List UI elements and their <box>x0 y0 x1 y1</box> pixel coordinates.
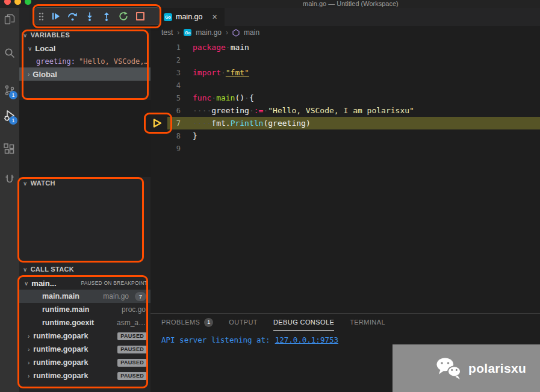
stack-frame-row[interactable]: runtime.goexitasm_a… <box>19 316 151 329</box>
magnet-icon <box>4 173 16 185</box>
chevron-down-icon: ∨ <box>28 45 32 52</box>
activity-bar: 1 1 <box>0 8 19 392</box>
tab-label: main.go <box>176 13 202 21</box>
code-line[interactable]: 5func·main()·{ <box>151 92 540 104</box>
continue-icon <box>51 11 61 21</box>
search-icon <box>4 47 16 59</box>
thread-name: runtime.gopark <box>33 345 88 353</box>
breadcrumb-file[interactable]: main.go <box>196 28 222 37</box>
tab-output-label: OUTPUT <box>229 319 258 326</box>
tab-problems[interactable]: PROBLEMS 1 <box>161 314 213 331</box>
call-stack-section-header[interactable]: ∨ CALL STACK <box>19 263 151 275</box>
activity-magnet[interactable] <box>0 170 19 188</box>
code-line[interactable]: 6····greeting·:=·"Hello, VSCode, I am po… <box>151 104 540 117</box>
step-into-icon <box>85 11 95 21</box>
code-line[interactable]: 1package·main <box>151 41 540 54</box>
thread-name: runtime.gopark <box>33 332 88 340</box>
zoom-window-button[interactable] <box>25 0 31 5</box>
code-line[interactable]: 2 <box>151 54 540 66</box>
go-file-icon: Go <box>184 29 191 36</box>
current-line-arrow-icon <box>152 118 164 128</box>
line-number[interactable]: 5 <box>151 94 182 102</box>
scope-label: Local <box>35 44 55 53</box>
breadcrumb-symbol[interactable]: main <box>244 28 259 37</box>
restart-button[interactable] <box>115 9 131 23</box>
tab-terminal-label: TERMINAL <box>350 319 385 326</box>
chevron-down-icon: ∨ <box>24 280 28 287</box>
thread-state-badge: PAUSED <box>117 372 147 380</box>
tab-main-go[interactable]: Go main.go × <box>151 8 225 26</box>
variables-scope-global[interactable]: › Global <box>19 67 151 81</box>
call-stack-threads: ›runtime.goparkPAUSED›runtime.goparkPAUS… <box>19 329 151 382</box>
activity-run-and-debug[interactable]: 1 <box>0 107 19 125</box>
thread-row[interactable]: ›runtime.goparkPAUSED <box>19 329 151 343</box>
chevron-right-icon: › <box>28 333 29 340</box>
variable-greeting[interactable]: greeting: "Hello, VSCode,… <box>19 55 151 67</box>
line-number[interactable]: 6 <box>151 107 182 115</box>
stop-button[interactable] <box>132 9 148 23</box>
problems-count-badge: 1 <box>204 318 213 327</box>
variables-section-header[interactable]: ∨ VARIABLES <box>19 29 151 41</box>
breadcrumb: test › Go main.go › main <box>151 26 540 39</box>
code-line[interactable]: 4 <box>151 79 540 92</box>
breadcrumb-folder[interactable]: test <box>161 28 173 37</box>
panel-tab-bar: PROBLEMS 1 OUTPUT DEBUG CONSOLE TERMINAL <box>151 314 540 331</box>
step-over-button[interactable] <box>64 9 81 23</box>
line-text: func·main()·{ <box>182 93 254 102</box>
continue-button[interactable] <box>48 9 64 23</box>
line-number[interactable]: 4 <box>151 81 182 90</box>
watermark-text: polarisxu <box>468 361 526 376</box>
line-number[interactable]: 3 <box>151 69 182 77</box>
activity-explorer[interactable] <box>0 10 19 28</box>
tab-terminal[interactable]: TERMINAL <box>350 314 385 331</box>
stack-frame-row[interactable]: main.mainmain.go7 <box>19 290 151 303</box>
line-number[interactable]: 8 <box>151 132 182 140</box>
call-stack-session[interactable]: ∨ main... PAUSED ON BREAKPOINT <box>19 276 151 290</box>
line-text: ····greeting·:=·"Hello, VSCode, I am pol… <box>182 106 414 115</box>
code-line[interactable]: 3import·"fmt" <box>151 66 540 79</box>
thread-state-badge: PAUSED <box>117 346 147 353</box>
restart-icon <box>119 11 128 21</box>
code-lines: 1package·main23import·"fmt"45func·main()… <box>151 41 540 155</box>
code-line[interactable]: 9 <box>151 142 540 155</box>
activity-extensions[interactable] <box>0 140 19 158</box>
tab-problems-label: PROBLEMS <box>161 319 200 326</box>
tab-debug-console[interactable]: DEBUG CONSOLE <box>273 314 334 331</box>
thread-row[interactable]: ›runtime.goparkPAUSED <box>19 343 151 356</box>
thread-row[interactable]: ›runtime.goparkPAUSED <box>19 356 151 369</box>
close-window-button[interactable] <box>4 0 11 5</box>
minimize-window-button[interactable] <box>14 0 21 5</box>
line-number[interactable]: 2 <box>151 56 182 64</box>
sidebar-spacer <box>19 100 151 177</box>
thread-state-badge: PAUSED <box>117 359 147 367</box>
code-line[interactable]: 7····fmt.Println(greeting) <box>151 117 540 129</box>
stack-frame-row[interactable]: runtime.mainproc.go <box>19 303 151 316</box>
step-out-button[interactable] <box>98 9 114 23</box>
frame-file: asm_a… <box>117 319 146 327</box>
stop-icon <box>136 12 144 20</box>
scope-label: Global <box>33 70 57 79</box>
wechat-icon <box>435 356 462 381</box>
frame-name: main.main <box>42 292 79 300</box>
close-tab-icon[interactable]: × <box>212 12 217 22</box>
drag-handle-icon[interactable] <box>39 12 44 20</box>
files-icon <box>4 13 16 25</box>
debug-toolbar <box>34 7 161 25</box>
activity-search[interactable] <box>0 44 19 62</box>
line-number[interactable]: 9 <box>151 145 182 153</box>
code-line[interactable]: 8} <box>151 129 540 142</box>
activity-source-control[interactable]: 1 <box>0 81 19 99</box>
code-editor[interactable]: 1package·main23import·"fmt"45func·main()… <box>151 39 540 313</box>
chevron-right-icon: › <box>177 28 179 37</box>
debug-sidebar: ∨ VARIABLES ∨ Local greeting: "Hello, VS… <box>19 8 151 392</box>
tab-output[interactable]: OUTPUT <box>229 314 258 331</box>
vscode-window: main.go — Untitled (Workspace) 1 <box>0 0 540 392</box>
watch-section-header[interactable]: ∨ WATCH <box>19 177 151 189</box>
chevron-right-icon: › <box>28 71 29 78</box>
frame-name: runtime.goexit <box>42 319 94 327</box>
line-number[interactable]: 1 <box>151 43 182 52</box>
variables-scope-local[interactable]: ∨ Local <box>19 42 151 55</box>
thread-row[interactable]: ›runtime.goparkPAUSED <box>19 369 151 382</box>
console-link[interactable]: 127.0.0.1:9753 <box>275 335 338 344</box>
step-into-button[interactable] <box>81 9 98 23</box>
